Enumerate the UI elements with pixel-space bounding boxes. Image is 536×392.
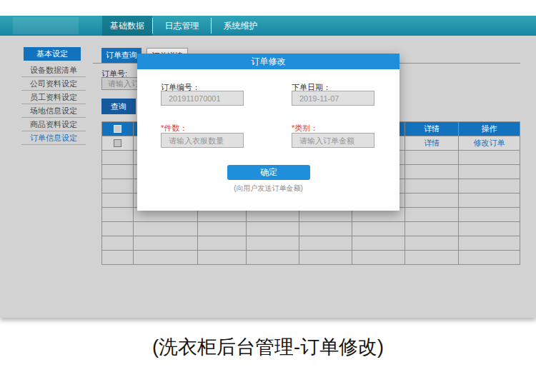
table-cell	[102, 151, 134, 165]
table-cell	[459, 222, 520, 236]
category-input[interactable]	[292, 133, 374, 148]
table-cell	[299, 222, 353, 236]
table-row	[102, 222, 520, 236]
table-cell	[459, 165, 520, 179]
table-cell: 详情	[405, 122, 459, 136]
table-cell	[459, 251, 520, 265]
modal-title: 订单修改	[137, 54, 399, 69]
modal-order-date-input[interactable]	[292, 91, 374, 106]
table-cell	[299, 236, 353, 251]
nav-tabs: 基础数据 日志管理 系统维护	[102, 16, 269, 36]
quantity-label: *件数：	[161, 123, 187, 134]
table-cell: 详情	[405, 136, 459, 151]
detail-link[interactable]: 详情	[424, 138, 440, 149]
table-cell	[198, 251, 247, 265]
table-cell	[102, 136, 134, 151]
table-cell	[299, 251, 353, 265]
table-cell	[405, 165, 459, 179]
table-cell	[102, 208, 134, 222]
search-button[interactable]: 查询	[101, 99, 136, 114]
sidebar-item-employee-settings[interactable]: 员工资料设定	[21, 91, 86, 104]
table-cell	[102, 236, 134, 251]
row-checkbox[interactable]	[114, 139, 121, 147]
sidebar-menu: 设备数据清单 公司资料设定 员工资料设定 场地信息设定 商品资料设定 订单信息设…	[21, 64, 86, 145]
top-navbar: 基础数据 日志管理 系统维护	[0, 16, 536, 36]
table-cell	[352, 222, 405, 236]
table-cell	[405, 251, 459, 265]
order-id-input[interactable]	[161, 91, 244, 106]
table-cell	[247, 251, 299, 265]
nav-tab-basic-data[interactable]: 基础数据	[102, 16, 152, 36]
table-cell	[405, 222, 459, 236]
table-cell	[102, 179, 134, 194]
table-cell	[247, 236, 299, 251]
sidebar-item-basic-settings[interactable]: 基本设定	[24, 47, 81, 61]
table-cell	[405, 208, 459, 222]
table-cell	[198, 236, 247, 251]
confirm-button[interactable]: 确定	[227, 165, 310, 180]
table-cell	[352, 251, 405, 265]
table-cell	[102, 122, 134, 136]
nav-tab-system-maintenance[interactable]: 系统维护	[212, 16, 269, 36]
category-label: *类别：	[292, 123, 318, 134]
logo-placeholder	[13, 17, 79, 34]
sidebar-item-order-settings[interactable]: 订单信息设定	[21, 131, 86, 145]
table-cell	[352, 236, 405, 251]
order-edit-modal: 订单修改 订单编号： 下单日期： *件数： *类别： 确定 (向用户发送订单金额…	[137, 54, 399, 211]
table-cell	[134, 251, 198, 265]
table-cell	[102, 165, 134, 179]
tab-order-query[interactable]: 订单查询	[101, 48, 142, 63]
table-cell	[459, 194, 520, 208]
table-cell	[102, 222, 134, 236]
table-cell	[459, 236, 520, 251]
sidebar-item-product-settings[interactable]: 商品资料设定	[21, 118, 86, 131]
select-all-checkbox[interactable]	[114, 125, 121, 133]
table-cell	[459, 208, 520, 222]
table-cell	[134, 222, 198, 236]
table-cell	[405, 236, 459, 251]
sidebar-item-company-settings[interactable]: 公司资料设定	[21, 77, 86, 91]
table-row	[102, 236, 520, 251]
sidebar-item-site-settings[interactable]: 场地信息设定	[21, 104, 86, 118]
table-cell: 操作	[459, 122, 520, 136]
table-cell	[459, 179, 520, 194]
table-cell	[459, 151, 520, 165]
caption-text: (洗衣柜后台管理-订单修改)	[0, 334, 536, 360]
table-row	[102, 251, 520, 265]
table-cell	[102, 194, 134, 208]
table-cell: 修改订单	[459, 136, 520, 151]
quantity-input[interactable]	[161, 133, 244, 148]
modal-note: (向用户发送订单金额)	[137, 184, 399, 194]
table-cell	[405, 179, 459, 194]
sidebar-item-device-list[interactable]: 设备数据清单	[21, 64, 86, 77]
table-cell	[405, 151, 459, 165]
nav-tab-log-management[interactable]: 日志管理	[153, 16, 211, 36]
edit-order-link[interactable]: 修改订单	[474, 138, 505, 149]
table-cell	[247, 222, 299, 236]
page: 基础数据 日志管理 系统维护 基本设定 设备数据清单 公司资料设定 员工资料设定…	[0, 0, 536, 392]
table-cell	[134, 236, 198, 251]
table-cell	[102, 251, 134, 265]
table-cell	[405, 194, 459, 208]
table-cell	[198, 222, 247, 236]
